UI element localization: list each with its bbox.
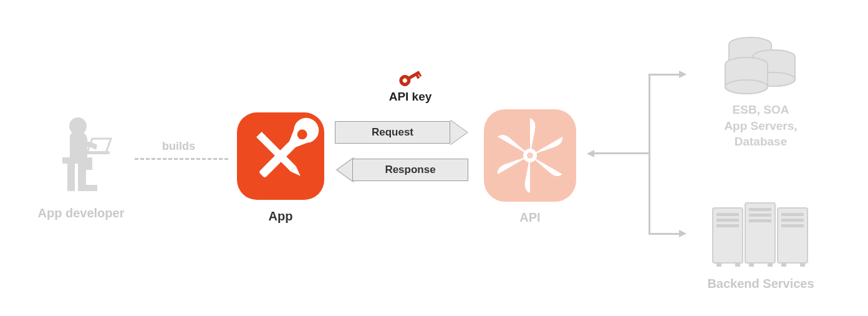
response-label: Response xyxy=(385,164,435,176)
app-label: App xyxy=(234,209,327,224)
backend-desc3: Database xyxy=(692,134,829,150)
svg-rect-32 xyxy=(781,219,804,222)
app-icon xyxy=(234,109,327,203)
builds-connector xyxy=(135,158,228,160)
svg-rect-30 xyxy=(749,219,771,222)
svg-rect-24 xyxy=(778,208,808,263)
response-arrow: Response xyxy=(335,157,469,182)
svg-rect-36 xyxy=(749,263,754,267)
builds-label: builds xyxy=(162,140,195,153)
api-icon xyxy=(480,106,580,205)
svg-rect-38 xyxy=(781,263,786,267)
api-key-group: API key xyxy=(373,67,448,104)
backend-servers: Backend Services xyxy=(692,197,829,291)
svg-rect-23 xyxy=(745,203,775,263)
backend-db: ESB, SOA App Servers, Database xyxy=(692,34,829,150)
request-label: Request xyxy=(372,126,413,139)
svg-rect-1 xyxy=(85,151,110,154)
request-arrow: Request xyxy=(335,120,469,145)
svg-point-0 xyxy=(69,117,87,135)
svg-rect-27 xyxy=(716,224,739,227)
api-node: API xyxy=(480,106,580,225)
developer-icon xyxy=(44,112,118,206)
api-label: API xyxy=(480,210,580,225)
backend-label: Backend Services xyxy=(692,277,829,291)
svg-rect-26 xyxy=(716,219,739,222)
svg-rect-25 xyxy=(716,213,739,216)
svg-rect-31 xyxy=(781,213,804,216)
svg-rect-35 xyxy=(735,263,740,267)
svg-rect-34 xyxy=(716,263,721,267)
svg-point-21 xyxy=(725,80,768,94)
backend-desc2: App Servers, xyxy=(692,118,829,134)
backend-desc1: ESB, SOA xyxy=(692,102,829,118)
key-icon xyxy=(397,67,423,87)
svg-rect-22 xyxy=(713,208,743,263)
svg-rect-39 xyxy=(800,263,805,267)
database-icon xyxy=(720,34,801,97)
app-node: App xyxy=(234,109,327,224)
developer-node: App developer xyxy=(37,112,125,220)
api-key-label: API key xyxy=(373,90,448,104)
svg-rect-33 xyxy=(781,224,804,227)
developer-label: App developer xyxy=(37,206,125,220)
servers-icon xyxy=(708,197,814,272)
svg-rect-29 xyxy=(749,214,771,217)
svg-rect-28 xyxy=(749,208,771,211)
svg-rect-37 xyxy=(768,263,773,267)
